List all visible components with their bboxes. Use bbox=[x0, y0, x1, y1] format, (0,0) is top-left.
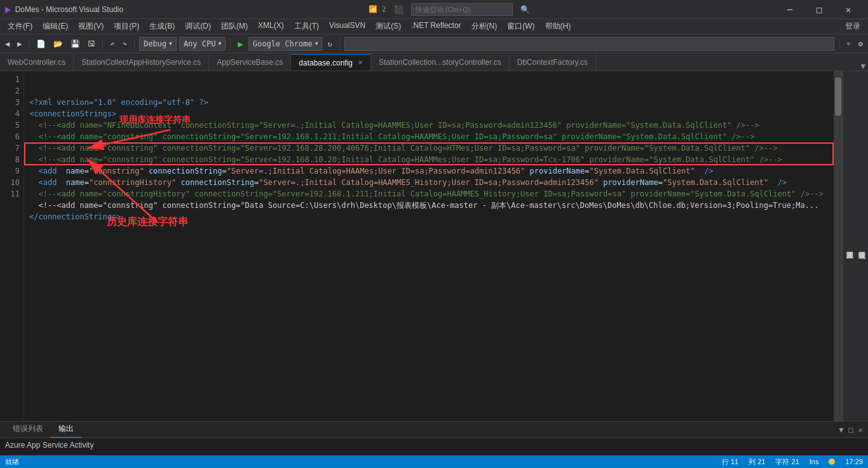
menu-item-编辑E[interactable]: 编辑(E) bbox=[37, 20, 73, 33]
code-line-10: <!--<add name="connstring" connectionStr… bbox=[29, 200, 829, 211]
toolbar-separator-1 bbox=[29, 38, 29, 50]
toolbar-search-input[interactable] bbox=[344, 37, 834, 51]
menu-item-调试D[interactable]: 调试(D) bbox=[180, 20, 216, 33]
menu-item-XMLX[interactable]: XML(X) bbox=[253, 20, 289, 33]
toolbar-separator-2 bbox=[102, 38, 103, 50]
close-button[interactable]: ✕ bbox=[834, 0, 863, 19]
line-number-7: 7 bbox=[0, 142, 20, 154]
redo-icon[interactable]: ↷ bbox=[120, 38, 130, 50]
browser-dropdown[interactable]: Google Chrome ▼ bbox=[248, 37, 323, 51]
tab-2[interactable]: AppServiceBase.cs bbox=[209, 54, 291, 71]
title-bar-left: ▶ DoMes - Microsoft Visual Studio bbox=[5, 3, 123, 15]
browser-label: Google Chrome bbox=[253, 39, 313, 48]
settings-icon[interactable]: ⚙ bbox=[856, 38, 865, 50]
forward-button[interactable]: ▶ bbox=[15, 38, 24, 50]
refresh-icon[interactable]: ↻ bbox=[325, 38, 334, 50]
tab-1[interactable]: StationCollectAppHistoryService.cs bbox=[74, 54, 209, 71]
status-insert: Ins bbox=[810, 458, 819, 465]
menu-item-文件F[interactable]: 文件(F) bbox=[3, 20, 37, 33]
title-bar-right: 📶 2 ⬛ 🔍 bbox=[369, 3, 529, 16]
sidebar-btn-0[interactable]: 调试性能分析器 bbox=[856, 241, 868, 251]
tab-5[interactable]: DbContextFactory.cs bbox=[510, 54, 596, 71]
sidebar-btn-2[interactable]: 用例 bbox=[843, 241, 844, 251]
menu-item-团队M[interactable]: 团队(M) bbox=[216, 20, 253, 33]
save-icon[interactable]: 💾 bbox=[68, 38, 83, 50]
code-editor[interactable]: <?xml version="1.0" encoding="utf-8" ?><… bbox=[24, 71, 834, 421]
toolbar-separator-4 bbox=[230, 38, 231, 50]
login-button[interactable]: 登录 bbox=[840, 20, 865, 33]
platform-label: Any CPU bbox=[184, 39, 216, 48]
line-number-6: 6 bbox=[0, 131, 20, 142]
code-line-4: <!--<add name="connstring" connectionStr… bbox=[29, 131, 829, 142]
right-sidebar: 调试性能分析器团队资源管理器用例 bbox=[843, 71, 868, 421]
status-right: 行 11 列 21 字符 21 Ins 17:29 bbox=[722, 457, 863, 467]
main-area: 1234567891011 <?xml version="1.0" encodi… bbox=[0, 71, 868, 421]
status-left: 就绪 bbox=[5, 457, 19, 467]
tab-label-3: database.config bbox=[299, 59, 353, 67]
open-file-icon[interactable]: 📂 bbox=[51, 38, 65, 50]
menu-item-VisualSVN[interactable]: VisualSVN bbox=[324, 20, 370, 33]
menu-item-视图V[interactable]: 视图(V) bbox=[73, 20, 109, 33]
output-panel-header: 错误列表 输出 ▼ □ ✕ bbox=[0, 421, 868, 437]
output-down-icon[interactable]: ▼ bbox=[839, 425, 843, 434]
menu-items: 文件(F)编辑(E)视图(V)项目(P)生成(B)调试(D)团队(M)XML(X… bbox=[3, 20, 840, 33]
output-controls: ▼ □ ✕ bbox=[839, 425, 863, 434]
code-line-1: <?xml version="1.0" encoding="utf-8" ?> bbox=[29, 97, 829, 108]
code-line-3: <!--<add name="NFineDbContext" connectio… bbox=[29, 120, 829, 131]
output-restore-icon[interactable]: □ bbox=[849, 425, 853, 434]
status-state: 就绪 bbox=[5, 457, 19, 467]
line-number-3: 3 bbox=[0, 97, 20, 108]
code-line-8: <add name="connstringHistory" connection… bbox=[29, 177, 829, 188]
output-content: Azure App Service Activity bbox=[0, 437, 868, 455]
output-close-icon[interactable]: ✕ bbox=[858, 425, 863, 434]
line-number-11: 11 bbox=[0, 188, 20, 200]
config-arrow-icon: ▼ bbox=[169, 41, 172, 46]
tab-label-4: StationCollection...storyController.cs bbox=[379, 58, 501, 67]
scroll-thumb[interactable] bbox=[835, 78, 841, 116]
quick-launch-input[interactable] bbox=[411, 3, 513, 16]
toolbar: ◀ ▶ 📄 📂 💾 🖫 ↶ ↷ Debug ▼ Any CPU ▼ ▶ Goog… bbox=[0, 34, 868, 53]
config-dropdown[interactable]: Debug ▼ bbox=[139, 37, 177, 51]
line-numbers: 1234567891011 bbox=[0, 71, 24, 421]
line-number-10: 10 bbox=[0, 177, 20, 188]
title-bar: ▶ DoMes - Microsoft Visual Studio 📶 2 ⬛ … bbox=[0, 0, 868, 19]
menu-item-分析N[interactable]: 分析(N) bbox=[466, 20, 503, 33]
vertical-scrollbar[interactable] bbox=[834, 71, 843, 421]
search-icon: 🔍 bbox=[520, 5, 530, 14]
tab-error-list[interactable]: 错误列表 bbox=[5, 421, 51, 438]
tab-scroll-button[interactable]: ▼ bbox=[858, 62, 868, 71]
back-button[interactable]: ◀ bbox=[3, 38, 12, 50]
menu-item-工具T[interactable]: 工具(T) bbox=[289, 20, 324, 33]
tab-3[interactable]: database.config✕ bbox=[291, 54, 371, 71]
tab-close-3[interactable]: ✕ bbox=[358, 59, 363, 66]
wifi-icon: 📶 2 bbox=[369, 5, 386, 13]
code-line-7: <add name="connstring" connectionString=… bbox=[29, 165, 829, 177]
tab-label-0: WebController.cs bbox=[8, 58, 65, 67]
restore-button[interactable]: □ bbox=[804, 0, 834, 19]
line-number-2: 2 bbox=[0, 85, 20, 97]
sidebar-btn-1[interactable]: 团队资源管理器 bbox=[844, 241, 856, 251]
menu-item-生成B[interactable]: 生成(B) bbox=[144, 20, 180, 33]
save-all-icon[interactable]: 🖫 bbox=[85, 38, 98, 50]
run-button[interactable]: ▶ bbox=[235, 38, 245, 50]
menu-item-.NET Reflector[interactable]: .NET Reflector bbox=[406, 20, 466, 33]
undo-icon[interactable]: ↶ bbox=[107, 38, 117, 50]
menu-item-测试S[interactable]: 测试(S) bbox=[370, 20, 406, 33]
status-char: 字符 21 bbox=[775, 457, 799, 467]
vs-logo-icon: ▶ bbox=[5, 3, 11, 15]
minimize-button[interactable]: ─ bbox=[775, 0, 804, 19]
filter-icon[interactable]: ▿ bbox=[844, 38, 853, 50]
toolbar-separator-6 bbox=[839, 38, 839, 50]
menu-item-项目P[interactable]: 项目(P) bbox=[109, 20, 144, 33]
code-line-6: <!--<add name="connstring" connectionStr… bbox=[29, 154, 829, 165]
window-title: DoMes - Microsoft Visual Studio bbox=[15, 5, 124, 14]
menu-item-帮助H[interactable]: 帮助(H) bbox=[540, 20, 576, 33]
menu-item-窗口W[interactable]: 窗口(W) bbox=[502, 20, 539, 33]
tab-4[interactable]: StationCollection...storyController.cs bbox=[371, 54, 510, 71]
tab-output[interactable]: 输出 bbox=[51, 421, 81, 438]
platform-arrow-icon: ▼ bbox=[218, 41, 221, 46]
platform-dropdown[interactable]: Any CPU ▼ bbox=[179, 37, 226, 51]
new-file-icon[interactable]: 📄 bbox=[34, 38, 48, 50]
tab-0[interactable]: WebController.cs bbox=[0, 54, 74, 71]
line-number-1: 1 bbox=[0, 74, 20, 85]
